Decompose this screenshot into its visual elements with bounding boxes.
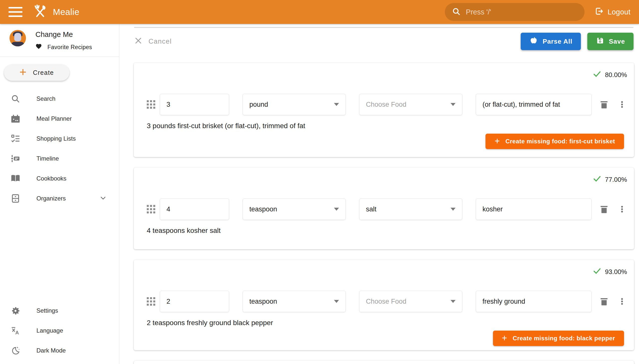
logout-icon <box>594 7 603 18</box>
check-icon <box>593 174 601 185</box>
note-input[interactable] <box>476 291 592 312</box>
close-icon <box>134 36 142 46</box>
dropdown-caret-icon <box>334 103 339 106</box>
menu-icon[interactable] <box>9 7 23 17</box>
original-ingredient-text: 3 pounds first-cut brisket (or flat-cut)… <box>147 122 627 130</box>
search-input[interactable]: Press '/' <box>445 3 585 21</box>
quantity-input[interactable] <box>160 198 229 220</box>
divider <box>0 56 119 57</box>
cancel-button[interactable]: Cancel <box>134 36 172 46</box>
timeline-icon <box>10 154 21 164</box>
avatar[interactable] <box>10 30 26 46</box>
ingredient-fields: teaspoon salt <box>147 198 627 220</box>
more-menu-button[interactable] <box>617 100 626 109</box>
translate-icon: A <box>10 326 21 336</box>
sidebar-item-settings[interactable]: Settings <box>0 301 119 320</box>
parse-all-button[interactable]: Parse All <box>521 33 581 50</box>
sidebar-item-organizers[interactable]: Organizers <box>0 188 119 208</box>
gear-icon <box>10 306 21 316</box>
dropdown-caret-icon <box>451 208 456 211</box>
sidebar-item-search[interactable]: Search <box>0 89 119 109</box>
ingredient-card <box>134 361 634 364</box>
sidebar-item-timeline[interactable]: Timeline <box>0 148 119 168</box>
moon-icon <box>10 346 21 356</box>
create-missing-food-button[interactable]: + Create missing food: black pepper <box>493 330 624 346</box>
ingredient-fields: pound Choose Food <box>147 94 627 115</box>
ingredient-card: 80.00% pound Choose Food <box>134 63 634 157</box>
plus-icon: + <box>495 136 500 146</box>
check-icon <box>593 70 601 80</box>
apple-icon <box>529 36 538 47</box>
save-icon <box>596 36 604 46</box>
ingredient-card: 93.00% teaspoon Choose Food <box>134 260 634 350</box>
confidence-value: 80.00% <box>605 71 627 79</box>
ingredient-card: 77.00% teaspoon salt <box>134 168 634 249</box>
sidebar-item-dark-mode[interactable]: Dark Mode <box>0 340 119 360</box>
main-content: Cancel Parse All Save <box>120 24 639 364</box>
confidence-value: 77.00% <box>605 176 627 184</box>
more-menu-button[interactable] <box>617 205 626 214</box>
dropdown-caret-icon <box>451 103 456 106</box>
create-button[interactable]: + Create <box>4 64 69 81</box>
note-input[interactable] <box>476 94 592 115</box>
logout-label: Logout <box>607 8 630 16</box>
sidebar-item-cookbooks[interactable]: Cookbooks <box>0 168 119 188</box>
sidebar-item-shopping-lists[interactable]: Shopping Lists <box>0 129 119 148</box>
calendar-icon <box>10 114 21 124</box>
favorite-recipes-link[interactable]: Favorite Recipes <box>36 43 92 51</box>
drag-handle-icon[interactable] <box>147 100 155 109</box>
delete-button[interactable] <box>598 296 610 307</box>
original-ingredient-text: 2 teaspoons freshly ground black pepper <box>147 318 627 327</box>
app-bar: Mealie Press '/' Logout <box>0 0 639 24</box>
sidebar-item-meal-planner[interactable]: Meal Planner <box>0 109 119 129</box>
drag-handle-icon[interactable] <box>147 297 155 306</box>
food-select[interactable]: Choose Food <box>359 94 462 115</box>
chevron-down-icon <box>99 194 107 203</box>
mealie-logo-icon <box>33 4 47 20</box>
dropdown-caret-icon <box>451 300 456 303</box>
checklist-icon <box>10 134 21 144</box>
parser-toolbar: Cancel Parse All Save <box>134 32 633 50</box>
save-button[interactable]: Save <box>587 33 633 50</box>
book-icon <box>10 174 21 184</box>
logout-button[interactable]: Logout <box>594 7 630 18</box>
create-missing-food-button[interactable]: + Create missing food: first-cut brisket <box>486 134 624 149</box>
confidence-value: 93.00% <box>605 268 627 276</box>
dropdown-caret-icon <box>334 300 339 303</box>
plus-icon: + <box>502 334 507 342</box>
cabinet-icon <box>10 194 21 204</box>
original-ingredient-text: 4 teaspoons kosher salt <box>147 226 627 235</box>
ingredient-list: 80.00% pound Choose Food <box>134 63 634 364</box>
plus-icon: + <box>20 66 27 78</box>
delete-button[interactable] <box>598 204 610 214</box>
search-icon <box>452 7 461 17</box>
confidence-row: 93.00% <box>147 267 627 277</box>
confidence-row: 80.00% <box>147 70 627 80</box>
quantity-input[interactable] <box>160 291 229 312</box>
drag-handle-icon[interactable] <box>147 205 155 214</box>
ingredient-fields: teaspoon Choose Food <box>147 291 627 312</box>
note-input[interactable] <box>476 198 592 220</box>
search-placeholder: Press '/' <box>466 8 491 16</box>
unit-select[interactable]: pound <box>243 94 346 115</box>
more-menu-button[interactable] <box>617 297 626 306</box>
create-label: Create <box>33 69 54 76</box>
delete-button[interactable] <box>598 99 610 110</box>
user-name: Change Me <box>36 30 92 39</box>
unit-select[interactable]: teaspoon <box>243 291 346 312</box>
sidebar: Change Me Favorite Recipes + Create Sear… <box>0 24 119 364</box>
food-select[interactable]: salt <box>359 198 462 220</box>
confidence-row: 77.00% <box>147 174 627 184</box>
unit-select[interactable]: teaspoon <box>243 198 346 220</box>
divider <box>134 27 633 28</box>
dropdown-caret-icon <box>334 208 339 211</box>
heart-icon <box>36 43 42 51</box>
check-icon <box>593 266 601 277</box>
sidebar-item-language[interactable]: A Language <box>0 320 119 340</box>
user-block: Change Me Favorite Recipes <box>0 24 119 51</box>
search-icon <box>10 94 21 104</box>
svg-text:A: A <box>15 330 19 335</box>
food-select[interactable]: Choose Food <box>359 291 462 312</box>
favorites-label: Favorite Recipes <box>47 44 92 50</box>
quantity-input[interactable] <box>160 94 229 115</box>
